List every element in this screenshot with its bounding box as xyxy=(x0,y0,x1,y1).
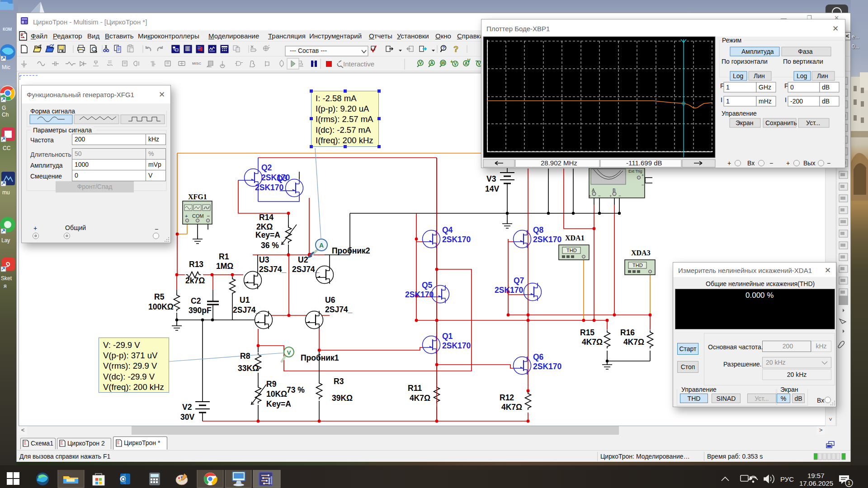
svg-text:dB: dB xyxy=(822,84,830,91)
svg-text:2KΩ: 2KΩ xyxy=(256,222,273,231)
svg-text:-111.699 dB: -111.699 dB xyxy=(626,159,662,167)
svg-text:Sket: Sket xyxy=(1,275,12,282)
svg-text:1: 1 xyxy=(848,480,850,486)
svg-text:2SK170: 2SK170 xyxy=(255,183,284,192)
svg-text:Уст...: Уст... xyxy=(806,119,821,127)
svg-text:R14: R14 xyxy=(259,213,274,222)
svg-text:−: − xyxy=(598,193,601,198)
svg-text:14V: 14V xyxy=(485,184,499,193)
svg-text:100KΩ: 100KΩ xyxy=(148,302,174,311)
svg-text:Q3: Q3 xyxy=(277,174,288,183)
svg-text:19:57: 19:57 xyxy=(807,472,825,479)
svg-text:2SK170: 2SK170 xyxy=(495,286,524,295)
svg-text:2k7Ω: 2k7Ω xyxy=(185,276,205,285)
svg-text:XFG1: XFG1 xyxy=(188,193,207,201)
svg-text:я: я xyxy=(4,283,7,289)
svg-text:mu: mu xyxy=(2,189,10,196)
svg-text:I: I xyxy=(721,96,722,103)
svg-text:1: 1 xyxy=(726,84,730,91)
svg-text:V: V xyxy=(467,58,471,63)
svg-text:2SJ74_: 2SJ74_ xyxy=(259,265,287,274)
svg-text:Режим: Режим xyxy=(722,37,741,44)
svg-text:−: − xyxy=(207,213,210,219)
svg-text:РУС: РУС xyxy=(780,475,794,483)
svg-text:+: + xyxy=(786,160,790,167)
svg-text:ком: ком xyxy=(3,26,12,32)
svg-text:-200: -200 xyxy=(790,98,803,105)
svg-text:+: + xyxy=(642,173,644,178)
svg-text:−: − xyxy=(618,193,621,198)
svg-text:mHz: mHz xyxy=(759,98,772,105)
svg-text:THD: THD xyxy=(566,248,577,253)
svg-text:Ext Trig: Ext Trig xyxy=(628,169,642,174)
svg-text:A: A xyxy=(319,242,324,249)
svg-text:+: + xyxy=(609,194,612,198)
svg-text:XDA3: XDA3 xyxy=(631,249,651,257)
svg-text:XDA1: XDA1 xyxy=(565,234,585,242)
svg-text:1: 1 xyxy=(726,98,730,105)
svg-text:10KΩ: 10KΩ xyxy=(266,389,287,399)
svg-text:Пробник2: Пробник2 xyxy=(332,246,370,255)
svg-text:По вертикали: По вертикали xyxy=(783,58,823,65)
svg-text:V: V xyxy=(478,61,481,66)
svg-text:U6: U6 xyxy=(325,296,335,305)
svg-text:Q6: Q6 xyxy=(533,352,544,361)
svg-text:0: 0 xyxy=(790,84,794,91)
svg-text:A: A xyxy=(430,61,433,66)
svg-text:R3: R3 xyxy=(334,377,344,386)
svg-text:Вых: Вых xyxy=(803,160,815,167)
svg-text:R1: R1 xyxy=(219,252,229,261)
svg-text:17.06.2025: 17.06.2025 xyxy=(799,479,833,487)
svg-text:−: − xyxy=(769,160,773,167)
svg-text:V2: V2 xyxy=(182,403,192,412)
svg-text:39KΩ: 39KΩ xyxy=(332,394,353,403)
svg-text:28.902 MHz: 28.902 MHz xyxy=(541,159,577,167)
svg-text:2SJ74_: 2SJ74_ xyxy=(292,265,320,274)
svg-text:Log: Log xyxy=(797,72,807,80)
svg-text:V: V xyxy=(419,61,422,66)
svg-text:Mic: Mic xyxy=(2,64,10,70)
svg-text:Q4: Q4 xyxy=(442,225,453,235)
svg-text:−: − xyxy=(642,183,644,188)
svg-text:+: + xyxy=(185,213,188,219)
svg-text:F: F xyxy=(784,82,788,89)
svg-text:Пробник1: Пробник1 xyxy=(301,353,339,362)
svg-text:Лин: Лин xyxy=(817,72,828,80)
svg-text:2SK170: 2SK170 xyxy=(405,290,434,299)
svg-text:4K7Ω: 4K7Ω xyxy=(410,394,430,403)
svg-text:Interactive: Interactive xyxy=(343,60,374,68)
svg-text:Key=A: Key=A xyxy=(266,399,291,408)
svg-text:THD: THD xyxy=(632,263,643,268)
svg-text:390pF: 390pF xyxy=(189,306,212,315)
svg-text:?: ? xyxy=(442,46,445,51)
svg-text:Lay: Lay xyxy=(1,237,10,244)
svg-text:U1: U1 xyxy=(240,296,250,305)
svg-text:I: I xyxy=(785,96,787,103)
svg-text:2SK170: 2SK170 xyxy=(533,235,562,244)
svg-text:Лин: Лин xyxy=(754,72,765,80)
svg-text:Экран: Экран xyxy=(736,119,754,127)
svg-text:F: F xyxy=(720,82,724,89)
svg-text:Key=A: Key=A xyxy=(255,230,280,239)
svg-text:Вх: Вх xyxy=(747,160,755,167)
svg-text:V3: V3 xyxy=(486,174,496,183)
svg-text:R5: R5 xyxy=(154,292,165,301)
svg-text:C2: C2 xyxy=(191,296,201,305)
svg-text:73 %: 73 % xyxy=(287,385,305,394)
svg-text:?: ? xyxy=(453,45,458,54)
svg-text:2SJ74_: 2SJ74_ xyxy=(233,305,260,314)
svg-text:Ch: Ch xyxy=(2,112,9,118)
svg-text:G: G xyxy=(2,105,6,111)
svg-text:1MΩ: 1MΩ xyxy=(216,262,233,271)
svg-text:V: V xyxy=(454,61,457,66)
svg-text:GHz: GHz xyxy=(759,84,771,91)
svg-text:+: + xyxy=(727,160,731,167)
svg-text:Амплитуда: Амплитуда xyxy=(741,48,774,55)
svg-text:R12: R12 xyxy=(500,393,514,402)
svg-text:Q8: Q8 xyxy=(533,225,544,235)
svg-text:Log: Log xyxy=(733,72,743,80)
svg-text:4K7Ω: 4K7Ω xyxy=(582,338,603,347)
svg-text:CC: CC xyxy=(3,145,11,151)
svg-text:Q1: Q1 xyxy=(442,332,453,341)
svg-text:По горизонтали: По горизонтали xyxy=(722,58,768,65)
